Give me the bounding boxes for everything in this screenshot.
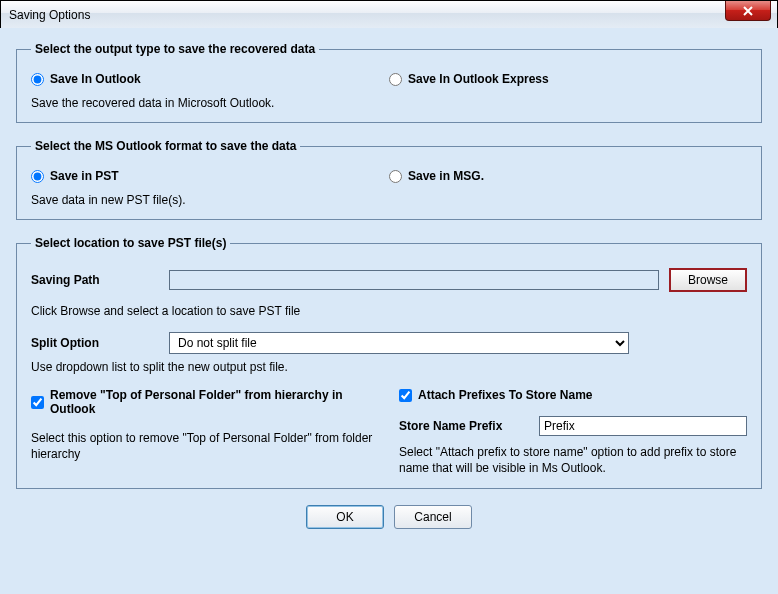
close-icon: [742, 6, 754, 16]
format-description: Save data in new PST file(s).: [31, 193, 747, 207]
split-option-label: Split Option: [31, 336, 159, 350]
group-outlook-format: Select the MS Outlook format to save the…: [16, 139, 762, 220]
radio-save-in-outlook-express-label: Save In Outlook Express: [408, 72, 549, 86]
ok-button[interactable]: OK: [306, 505, 384, 529]
checkbox-remove-top-folder-label: Remove "Top of Personal Folder" from hie…: [50, 388, 379, 416]
group-output-type: Select the output type to save the recov…: [16, 42, 762, 123]
cancel-button[interactable]: Cancel: [394, 505, 472, 529]
attach-prefix-description: Select "Attach prefix to store name" opt…: [399, 444, 747, 476]
radio-save-in-pst-label: Save in PST: [50, 169, 119, 183]
checkbox-remove-top-folder[interactable]: [31, 396, 44, 409]
close-button[interactable]: [725, 1, 771, 21]
radio-save-in-msg[interactable]: [389, 170, 402, 183]
output-type-description: Save the recovered data in Microsoft Out…: [31, 96, 747, 110]
store-name-prefix-input[interactable]: [539, 416, 747, 436]
group-format-legend: Select the MS Outlook format to save the…: [31, 139, 300, 153]
group-output-legend: Select the output type to save the recov…: [31, 42, 319, 56]
saving-path-label: Saving Path: [31, 273, 159, 287]
split-hint: Use dropdown list to split the new outpu…: [31, 360, 747, 374]
group-save-location: Select location to save PST file(s) Savi…: [16, 236, 762, 489]
dialog-client-area: Select the output type to save the recov…: [0, 28, 778, 594]
radio-save-in-outlook-label: Save In Outlook: [50, 72, 141, 86]
remove-top-folder-description: Select this option to remove "Top of Per…: [31, 430, 379, 462]
split-option-select[interactable]: Do not split file: [169, 332, 629, 354]
saving-path-input[interactable]: [169, 270, 659, 290]
dialog-button-bar: OK Cancel: [16, 505, 762, 529]
store-name-prefix-label: Store Name Prefix: [399, 419, 529, 433]
checkbox-attach-prefixes[interactable]: [399, 389, 412, 402]
browse-button[interactable]: Browse: [669, 268, 747, 292]
group-location-legend: Select location to save PST file(s): [31, 236, 230, 250]
radio-save-in-outlook-express[interactable]: [389, 73, 402, 86]
browse-hint: Click Browse and select a location to sa…: [31, 304, 747, 318]
checkbox-attach-prefixes-label: Attach Prefixes To Store Name: [418, 388, 593, 402]
radio-save-in-outlook[interactable]: [31, 73, 44, 86]
radio-save-in-msg-label: Save in MSG.: [408, 169, 484, 183]
radio-save-in-pst[interactable]: [31, 170, 44, 183]
window-title: Saving Options: [9, 8, 90, 22]
title-bar: Saving Options: [1, 1, 777, 29]
